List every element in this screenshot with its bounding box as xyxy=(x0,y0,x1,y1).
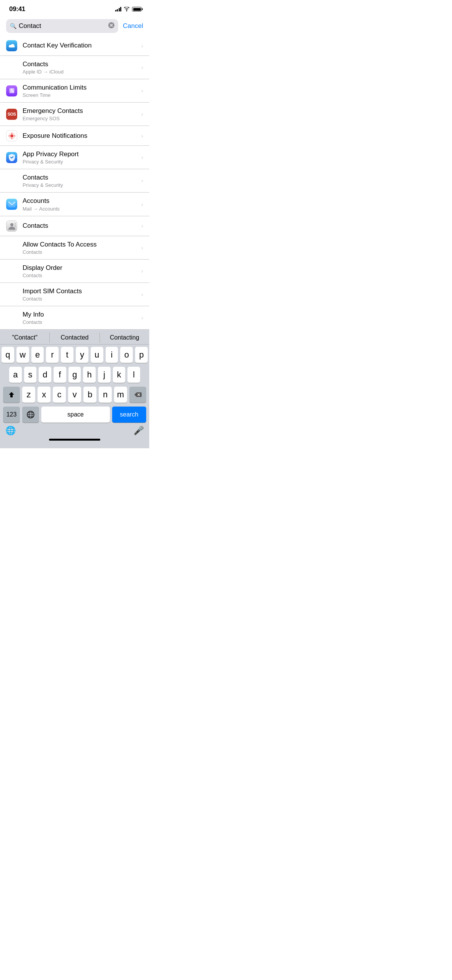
list-item[interactable]: Display Order Contacts › xyxy=(0,260,149,283)
result-text: Communication Limits Screen Time xyxy=(23,83,136,98)
key-g[interactable]: g xyxy=(69,367,81,383)
key-v[interactable]: v xyxy=(68,387,81,403)
svg-rect-20 xyxy=(15,226,16,227)
result-title: My Info xyxy=(23,310,136,319)
key-row-1: q w e r t y u i o p xyxy=(2,347,148,363)
key-m[interactable]: m xyxy=(114,387,127,403)
result-title: Contacts xyxy=(23,222,136,230)
list-item[interactable]: Contacts › xyxy=(0,216,149,236)
result-subtitle: Emergency SOS xyxy=(23,116,136,121)
list-item[interactable]: Contacts Apple ID → iCloud › xyxy=(0,56,149,79)
svg-rect-19 xyxy=(15,225,16,225)
result-text: Allow Contacts To Access Contacts xyxy=(23,240,136,255)
result-subtitle: Contacts xyxy=(23,273,136,278)
list-item[interactable]: App Privacy Report Privacy & Security › xyxy=(0,146,149,169)
list-item[interactable]: SOS Emergency Contacts Emergency SOS › xyxy=(0,103,149,126)
key-t[interactable]: t xyxy=(61,347,73,363)
key-e[interactable]: e xyxy=(31,347,44,363)
chevron-icon: › xyxy=(141,223,143,229)
svg-point-8 xyxy=(11,138,13,139)
result-text: Accounts Mail → Accounts xyxy=(23,197,136,211)
key-s[interactable]: s xyxy=(24,367,37,383)
list-item[interactable]: My Info Contacts › xyxy=(0,306,149,330)
svg-point-13 xyxy=(9,137,10,138)
result-title: Contacts xyxy=(23,173,136,182)
key-j[interactable]: j xyxy=(98,367,111,383)
result-text: App Privacy Report Privacy & Security xyxy=(23,150,136,165)
search-input[interactable]: Contact xyxy=(19,22,106,30)
key-u[interactable]: u xyxy=(91,347,103,363)
list-item[interactable]: Communication Limits Screen Time › xyxy=(0,79,149,103)
globe-icon[interactable]: 🌐 xyxy=(5,426,16,436)
key-n[interactable]: n xyxy=(99,387,112,403)
key-h[interactable]: h xyxy=(83,367,96,383)
result-title: Contacts xyxy=(23,60,136,69)
svg-point-7 xyxy=(11,132,13,134)
chevron-icon: › xyxy=(141,245,143,251)
chevron-icon: › xyxy=(141,315,143,321)
backspace-key[interactable] xyxy=(129,387,146,403)
mail-icon xyxy=(6,199,17,210)
list-item[interactable]: Contact Key Verification › xyxy=(0,36,149,56)
key-q[interactable]: q xyxy=(2,347,14,363)
result-title: Accounts xyxy=(23,197,136,205)
list-item[interactable]: Contacts Privacy & Security › xyxy=(0,169,149,193)
result-title: App Privacy Report xyxy=(23,150,136,158)
autocorrect-item-3[interactable]: Contacting xyxy=(100,333,149,343)
numbers-key[interactable]: 123 xyxy=(3,407,20,423)
emoji-key[interactable] xyxy=(22,407,39,423)
exposure-icon xyxy=(6,130,17,141)
chevron-icon: › xyxy=(141,178,143,184)
key-r[interactable]: r xyxy=(46,347,59,363)
key-i[interactable]: i xyxy=(106,347,118,363)
key-k[interactable]: k xyxy=(113,367,126,383)
key-w[interactable]: w xyxy=(16,347,29,363)
list-item[interactable]: Import SIM Contacts Contacts › xyxy=(0,283,149,306)
key-c[interactable]: c xyxy=(53,387,66,403)
autocorrect-item-1[interactable]: "Contact" xyxy=(0,333,50,343)
sos-icon: SOS xyxy=(6,109,17,120)
mic-icon[interactable]: 🎤 xyxy=(134,426,144,436)
battery-icon xyxy=(132,7,142,11)
search-clear-button[interactable] xyxy=(108,22,114,30)
wifi-icon xyxy=(124,7,130,11)
result-title: Contact Key Verification xyxy=(23,41,136,50)
key-a[interactable]: a xyxy=(9,367,22,383)
key-x[interactable]: x xyxy=(38,387,51,403)
autocorrect-item-2[interactable]: Contacted xyxy=(50,333,100,343)
key-l[interactable]: l xyxy=(127,367,140,383)
search-key[interactable]: search xyxy=(112,407,146,423)
space-key[interactable]: space xyxy=(41,407,110,423)
result-text: Emergency Contacts Emergency SOS xyxy=(23,107,136,121)
list-item[interactable]: Exposure Notifications › xyxy=(0,126,149,146)
result-text: Exposure Notifications xyxy=(23,132,136,140)
search-input-wrapper[interactable]: 🔍 Contact xyxy=(6,19,118,33)
result-text: Display Order Contacts xyxy=(23,264,136,278)
svg-point-11 xyxy=(9,133,10,134)
result-subtitle: Mail → Accounts xyxy=(23,206,136,212)
autocorrect-bar: "Contact" Contacted Contacting xyxy=(0,330,149,345)
key-f[interactable]: f xyxy=(54,367,66,383)
contacts-app-icon xyxy=(6,220,17,232)
key-d[interactable]: d xyxy=(39,367,51,383)
keyboard-bottom-bar: 🌐 🎤 xyxy=(0,424,149,436)
result-text: Contacts Privacy & Security xyxy=(23,173,136,188)
keyboard-area: "Contact" Contacted Contacting q w e r t… xyxy=(0,330,149,448)
key-z[interactable]: z xyxy=(22,387,35,403)
list-item[interactable]: Accounts Mail → Accounts › xyxy=(0,193,149,216)
chevron-icon: › xyxy=(141,88,143,94)
key-p[interactable]: p xyxy=(135,347,148,363)
key-row-2: a s d f g h j k l xyxy=(2,367,148,383)
result-title: Exposure Notifications xyxy=(23,132,136,140)
key-b[interactable]: b xyxy=(83,387,96,403)
chevron-icon: › xyxy=(141,43,143,49)
cancel-button[interactable]: Cancel xyxy=(123,22,143,30)
key-o[interactable]: o xyxy=(120,347,133,363)
list-item[interactable]: Allow Contacts To Access Contacts › xyxy=(0,236,149,260)
result-title: Emergency Contacts xyxy=(23,107,136,115)
svg-point-9 xyxy=(8,135,10,137)
shift-key[interactable] xyxy=(3,387,20,403)
key-y[interactable]: y xyxy=(76,347,88,363)
chevron-icon: › xyxy=(141,111,143,117)
search-icon: 🔍 xyxy=(10,23,16,29)
